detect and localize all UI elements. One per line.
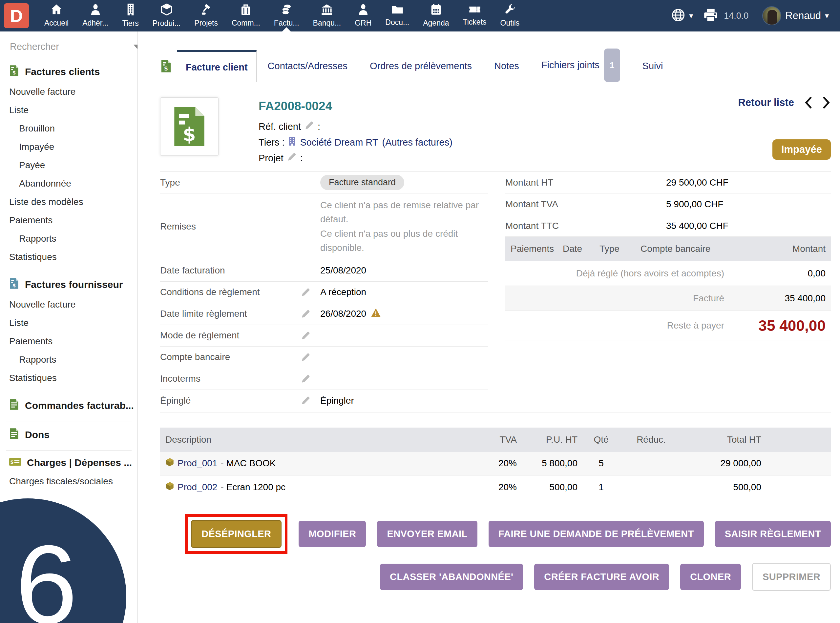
user-name[interactable]: Renaud — [785, 10, 821, 21]
tiers-link[interactable]: Société Dream RT — [300, 137, 378, 148]
sidebar-item-payee[interactable]: Payée — [0, 156, 137, 175]
globe-icon[interactable] — [671, 8, 685, 23]
sidebar-item-paiements-fourn[interactable]: Paiements — [0, 332, 137, 350]
menu-tickets[interactable]: Tickets — [456, 0, 494, 31]
svg-text:$: $ — [12, 70, 16, 76]
line-row-1: Prod_001 - MAC BOOK 20% 5 800,00 5 29 00… — [160, 452, 831, 476]
sidebar-item-nouvelle-facture-fourn[interactable]: Nouvelle facture — [0, 295, 137, 314]
tabs-bar: $ Facture client Contacts/Adresses Ordre… — [138, 48, 840, 82]
menu-adherents[interactable]: Adhér... — [75, 0, 115, 31]
sidebar-item-brouillon[interactable]: Brouillon — [0, 119, 137, 138]
edit-pencil-icon[interactable] — [301, 331, 320, 340]
envoyer-email-button[interactable]: ENVOYER EMAIL — [377, 521, 477, 547]
edit-pencil-icon[interactable] — [301, 288, 320, 297]
product-cube-icon — [165, 458, 174, 469]
menu-tiers[interactable]: Tiers — [115, 0, 145, 31]
product-ref-link[interactable]: Prod_002 — [177, 482, 217, 493]
row-mode-reglement: Mode de règlement — [160, 325, 488, 347]
menu-facturation[interactable]: Factu... — [267, 0, 306, 31]
details-right-table: Montant HT 29 500,00 CHF Montant TVA 5 9… — [505, 172, 831, 411]
late-warning-icon — [371, 308, 381, 320]
previous-record-icon[interactable] — [804, 97, 812, 109]
menu-grh[interactable]: GRH — [348, 0, 378, 31]
sidebar-item-rapports-fourn[interactable]: Rapports — [0, 350, 137, 369]
retour-liste-link[interactable]: Retour liste — [738, 97, 794, 109]
edit-pencil-icon[interactable] — [301, 396, 320, 405]
sidebar-section-commandes-facturables[interactable]: Commandes facturab... — [0, 393, 137, 416]
row-conditions-reglement: Conditions de règlement A réception — [160, 282, 488, 303]
menu-projets[interactable]: Projets — [188, 0, 225, 31]
row-remises: Remises Ce client n'a pas de remise rela… — [160, 193, 488, 260]
cube-icon — [161, 4, 172, 17]
sidebar-item-impayee[interactable]: Impayée — [0, 138, 137, 156]
ref-client-line: Réf. client : — [258, 121, 831, 132]
menu-commerce[interactable]: Comm... — [225, 0, 267, 31]
tab-notes[interactable]: Notes — [483, 50, 530, 82]
tab-contacts-adresses[interactable]: Contacts/Adresses — [257, 50, 358, 82]
member-icon — [91, 4, 100, 16]
modifier-button[interactable]: MODIFIER — [298, 521, 366, 547]
sidebar-section-dons[interactable]: Dons — [0, 423, 137, 446]
menu-produits[interactable]: Produi... — [146, 0, 188, 31]
menu-outils[interactable]: Outils — [494, 0, 527, 31]
sidebar-item-abandonnee[interactable]: Abandonnée — [0, 175, 137, 193]
supprimer-button[interactable]: SUPPRIMER — [752, 563, 831, 591]
invoice-thumbnail[interactable]: $ — [160, 97, 218, 156]
sidebar-section-factures-fournisseur[interactable]: $ Factures fournisseur — [0, 273, 137, 295]
menu-agenda[interactable]: Agenda — [416, 0, 456, 31]
classer-abandonnee-button[interactable]: CLASSER 'ABANDONNÉE' — [380, 564, 523, 590]
creer-facture-avoir-button[interactable]: CRÉER FACTURE AVOIR — [534, 564, 669, 590]
invoice-ref-block: FA2008-0024 Réf. client : Tiers : Sociét… — [258, 99, 831, 164]
tab-facture-client[interactable]: Facture client — [177, 50, 257, 82]
sidebar-item-charges-fiscales[interactable]: Charges fiscales/sociales — [0, 472, 137, 491]
autres-factures-link[interactable]: (Autres factures) — [382, 137, 452, 148]
menu-banques[interactable]: Banqu... — [306, 0, 348, 31]
calendar-icon — [431, 4, 442, 16]
menu-accueil[interactable]: Accueil — [37, 0, 75, 31]
edit-pencil-icon[interactable] — [301, 374, 320, 383]
invoice-green-icon: $ — [9, 65, 19, 79]
sidebar-item-rapports[interactable]: Rapports — [0, 230, 137, 248]
dolibarr-logo[interactable]: D — [4, 3, 29, 28]
sidebar-item-statistiques-fourn[interactable]: Statistiques — [0, 369, 137, 387]
edit-pencil-icon[interactable] — [301, 353, 320, 362]
sidebar-item-nouvelle-facture[interactable]: Nouvelle facture — [0, 83, 137, 101]
search-input[interactable] — [10, 41, 134, 52]
tiers-line: Tiers : Société Dream RT (Autres facture… — [258, 137, 831, 148]
attachment-count-badge: 1 — [604, 49, 620, 82]
edit-pencil-icon[interactable] — [305, 121, 314, 132]
invoice-card: $ FA2008-0024 Réf. client : Tiers : Soci… — [138, 82, 840, 591]
sidebar-item-statistiques[interactable]: Statistiques — [0, 248, 137, 266]
menu-documents[interactable]: Docu... — [378, 0, 416, 31]
saisir-reglement-button[interactable]: SAISIR RÈGLEMENT — [715, 521, 831, 547]
details-left-table: Type Facture standard Remises Ce client … — [160, 172, 488, 411]
ticket-icon — [469, 5, 481, 15]
next-record-icon[interactable] — [822, 97, 831, 109]
sidebar-section-charges[interactable]: $ Charges | Dépenses ... — [0, 452, 137, 472]
sidebar-section-factures-clients[interactable]: $ Factures clients — [0, 60, 137, 83]
row-date-limite: Date limite règlement 26/08/2020 — [160, 303, 488, 325]
printer-icon[interactable] — [703, 9, 718, 23]
edit-pencil-icon[interactable] — [288, 152, 296, 164]
demande-prelevement-button[interactable]: FAIRE UNE DEMANDE DE PRÉLÈVEMENT — [489, 521, 704, 547]
row-date-facturation: Date facturation 25/08/2020 — [160, 260, 488, 282]
sidebar-item-paiements[interactable]: Paiements — [0, 211, 137, 230]
product-ref-link[interactable]: Prod_001 — [177, 458, 217, 468]
person-icon — [358, 4, 368, 16]
sidebar-item-liste-modeles[interactable]: Liste des modèles — [0, 193, 137, 211]
tab-suivi[interactable]: Suivi — [631, 50, 674, 82]
bank-icon — [321, 4, 332, 16]
epingler-link[interactable]: Épingler — [320, 396, 354, 406]
tab-fichiers-joints[interactable]: Fichiers joints1 — [530, 49, 631, 82]
user-avatar[interactable] — [762, 6, 781, 25]
sidebar-item-liste-fourn[interactable]: Liste — [0, 314, 137, 332]
coins-icon — [281, 4, 292, 16]
cloner-button[interactable]: CLONER — [680, 564, 741, 590]
topbar-right-tools: ▾ 14.0.0 Renaud ▾ — [671, 6, 840, 25]
list-navigation: Retour liste — [738, 97, 831, 109]
edit-pencil-icon[interactable] — [301, 310, 320, 318]
search-dropdown-icon[interactable] — [134, 44, 138, 49]
sidebar-item-liste[interactable]: Liste — [0, 101, 137, 119]
desepingler-button[interactable]: DÉSÉPINGLER — [191, 520, 282, 548]
tab-ordres-prelevements[interactable]: Ordres de prélèvements — [358, 50, 483, 82]
